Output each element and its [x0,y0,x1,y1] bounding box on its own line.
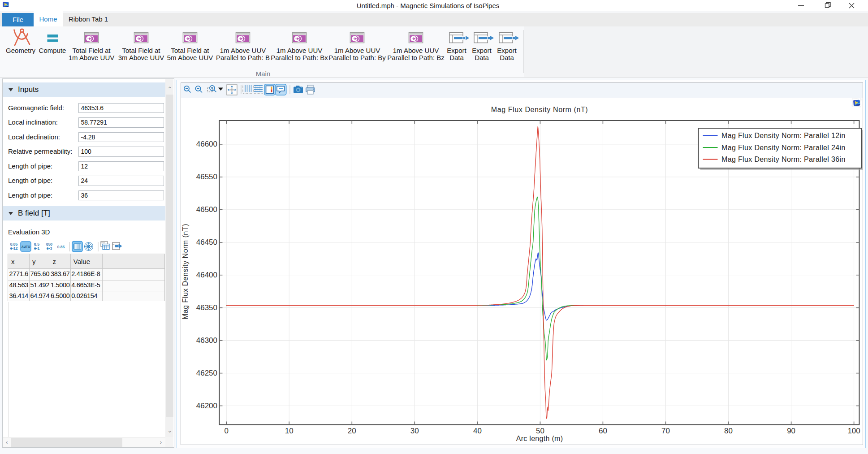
svg-text:AUTO: AUTO [22,245,30,248]
svg-text:Arc length (m): Arc length (m) [516,435,563,442]
svg-text:46550: 46550 [196,173,217,181]
svg-text:0: 0 [224,427,228,435]
svg-text:30: 30 [410,427,419,435]
svg-text:Mag Flux Density Norm (nT): Mag Flux Density Norm (nT) [181,224,189,320]
svg-text:Mag Flux Density Norm: Paralle: Mag Flux Density Norm: Parallel 36in [721,156,846,163]
svg-text:40: 40 [473,427,482,435]
svg-text:e-1: e-1 [34,246,40,251]
svg-text:Mag Flux Density Norm: Paralle: Mag Flux Density Norm: Parallel 24in [721,144,846,151]
svg-text:50: 50 [536,427,544,435]
svg-text:Mag Flux Density Norm (nT): Mag Flux Density Norm (nT) [491,106,588,113]
svg-text:46500: 46500 [196,205,217,214]
svg-text:100: 100 [847,427,860,435]
svg-text:46450: 46450 [196,238,217,246]
svg-text:46250: 46250 [196,369,217,377]
svg-text:46350: 46350 [196,303,217,312]
svg-text:46600: 46600 [196,140,217,148]
svg-text:e-3: e-3 [47,246,52,251]
svg-text:Mag Flux Density Norm: Paralle: Mag Flux Density Norm: Parallel 12in [721,132,846,139]
svg-text:46200: 46200 [196,402,217,410]
svg-text:46300: 46300 [196,336,217,345]
svg-text:0.85: 0.85 [57,245,65,249]
svg-text:46400: 46400 [196,271,217,279]
svg-text:60: 60 [599,427,607,435]
svg-text:80: 80 [724,427,733,435]
svg-text:e-12: e-12 [10,246,17,251]
svg-text:10: 10 [285,427,294,435]
svg-text:20: 20 [348,427,356,435]
svg-text:90: 90 [787,427,795,435]
svg-text:70: 70 [661,427,670,435]
